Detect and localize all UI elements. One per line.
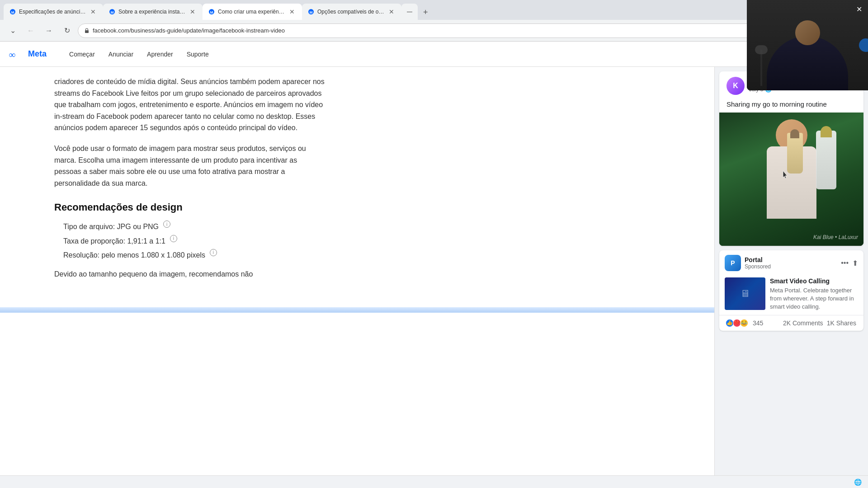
tab-3-title: Como criar uma experiência in...: [218, 9, 285, 15]
article-gradient-bar: [0, 307, 714, 313]
fb-reaction-icons: 👍 ❤️ 😂: [726, 319, 748, 327]
fb-ad-meta: Portal Sponsored: [745, 256, 837, 270]
tab-2-close[interactable]: ✕: [188, 7, 197, 16]
tab-2[interactable]: M Sobre a experiência instantâne... ✕: [103, 4, 203, 20]
new-tab-button[interactable]: +: [418, 5, 434, 20]
article-final-para: Devido ao tamanho pequeno da imagem, rec…: [54, 268, 326, 280]
tab-1-favicon: M: [9, 8, 16, 15]
browser-chrome: M Especificações de anúncios de ... ✕ M …: [0, 0, 868, 42]
fb-ad-title: Smart Video Calling: [770, 277, 858, 285]
tab-1-title: Especificações de anúncios de ...: [19, 9, 86, 15]
person-overlay-content: [747, 0, 868, 90]
tab-3-close[interactable]: ✕: [288, 7, 297, 16]
browser-status-bar: 🌐: [0, 475, 868, 488]
tab-1[interactable]: M Especificações de anúncios de ... ✕: [4, 4, 103, 20]
tab-3-favicon: M: [208, 8, 215, 15]
tab-2-favicon: M: [108, 8, 116, 15]
fb-reactions-count: 345: [753, 319, 763, 327]
fb-ad-more-icon[interactable]: •••: [841, 259, 849, 267]
fb-ad-card: P Portal Sponsored ••• ⬆ 🖥 Smart Video C…: [719, 250, 863, 331]
browser-toolbar: ⌄ ← → ↻ facebook.com/business/ads-guide/…: [0, 20, 868, 42]
overlay-close-button[interactable]: ✕: [854, 4, 864, 14]
fb-post-image-inner: [719, 113, 863, 246]
design-heading: Recomendações de design: [54, 202, 326, 213]
fb-ad-header: P Portal Sponsored ••• ⬆: [719, 250, 863, 274]
svg-rect-8: [85, 30, 89, 33]
back-button[interactable]: ←: [24, 23, 38, 38]
fb-reactions: 👍 ❤️ 😂 345: [726, 319, 763, 327]
list-item-1: Tipo de arquivo: JPG ou PNG i: [63, 221, 326, 233]
person-overlay-video: ✕: [747, 0, 868, 90]
fb-post-card: K Kai Blue • Follow July 8 🌐 •••: [719, 71, 863, 246]
design-list: Tipo de arquivo: JPG ou PNG i Taxa de pr…: [63, 221, 326, 261]
tab-4-close[interactable]: ✕: [387, 7, 396, 16]
fb-ad-hide-icon[interactable]: ⬆: [852, 259, 858, 267]
tab-list-button[interactable]: ⌄: [5, 23, 20, 38]
tab-4-title: Opções compatíveis de objetivo...: [317, 9, 384, 15]
address-bar-url: facebook.com/business/ads-guide/update/i…: [93, 27, 775, 34]
fb-ad-sponsored-label: Sponsored: [745, 263, 837, 270]
article-para-1: criadores de conteúdo de mídia digital. …: [54, 76, 326, 134]
list-item-2: Taxa de proporção: 1,91:1 a 1:1 i: [63, 235, 326, 247]
article-area: criadores de conteúdo de mídia digital. …: [0, 67, 714, 488]
info-icon-2[interactable]: i: [170, 235, 177, 242]
fb-ad-thumbnail: 🖥: [725, 277, 765, 310]
nav-anunciar[interactable]: Anunciar: [108, 49, 133, 60]
article-content: criadores de conteúdo de mídia digital. …: [0, 67, 353, 307]
tab-4[interactable]: M Opções compatíveis de objetivo... ✕: [302, 4, 401, 20]
facebook-panel: K Kai Blue • Follow July 8 🌐 •••: [714, 67, 868, 488]
fb-shares-count[interactable]: 1K Shares: [827, 319, 856, 327]
reload-button[interactable]: ↻: [60, 23, 74, 38]
fb-ad-avatar: P: [725, 255, 741, 271]
svg-text:M: M: [210, 10, 213, 14]
svg-text:M: M: [11, 10, 14, 14]
tab-2-title: Sobre a experiência instantâne...: [118, 9, 185, 15]
meta-logo-text: Meta: [28, 49, 47, 59]
address-secure-icon: [84, 28, 90, 34]
fb-haha-icon: 😂: [740, 319, 748, 327]
forward-button[interactable]: →: [42, 23, 56, 38]
fb-ad-description: Meta Portal. Celebrate together from whe…: [770, 286, 858, 311]
fb-image-watermark: Kai Blue • LaLuxur: [813, 234, 858, 240]
fb-comments-count[interactable]: 2K Comments: [783, 319, 823, 327]
tab-5-title: —: [407, 9, 412, 15]
meta-logo-icon: ∞: [9, 49, 25, 60]
meta-logo[interactable]: ∞ Meta: [9, 49, 47, 60]
tab-4-favicon: M: [307, 8, 315, 15]
info-icon-3[interactable]: i: [210, 249, 217, 256]
info-icon-1[interactable]: i: [163, 221, 170, 228]
globe-icon[interactable]: 🌐: [853, 477, 863, 487]
list-item-3: Resolução: pelo menos 1.080 x 1.080 pixe…: [63, 249, 326, 261]
tab-1-close[interactable]: ✕: [89, 7, 98, 16]
meta-nav: ∞ Meta Começar Anunciar Aprender Suporte…: [0, 42, 868, 67]
content-area: criadores de conteúdo de mídia digital. …: [0, 67, 868, 488]
nav-comecar[interactable]: Começar: [69, 49, 95, 60]
svg-text:M: M: [310, 10, 313, 14]
fb-post-text: Sharing my go to morning routine: [719, 99, 863, 113]
list-item-1-text: Tipo de arquivo: JPG ou PNG: [63, 221, 159, 233]
address-bar[interactable]: facebook.com/business/ads-guide/update/i…: [78, 23, 781, 38]
svg-text:∞: ∞: [9, 50, 15, 60]
nav-aprender[interactable]: Aprender: [147, 49, 173, 60]
page-wrapper: ∞ Meta Começar Anunciar Aprender Suporte…: [0, 42, 868, 488]
list-item-2-text: Taxa de proporção: 1,91:1 a 1:1: [63, 235, 165, 247]
nav-suporte[interactable]: Suporte: [187, 49, 209, 60]
fb-ad-info: Smart Video Calling Meta Portal. Celebra…: [770, 277, 858, 311]
fb-stats-right: 2K Comments 1K Shares: [783, 319, 856, 327]
tab-3[interactable]: M Como criar uma experiência in... ✕: [203, 4, 302, 20]
fb-post-image: Kai Blue • LaLuxur: [719, 113, 863, 246]
fb-post-stats: 👍 ❤️ 😂 345 2K Comments 1K Shares: [719, 315, 863, 331]
fb-poster-avatar: K: [726, 77, 745, 95]
tab-bar: M Especificações de anúncios de ... ✕ M …: [0, 0, 868, 20]
list-item-3-text: Resolução: pelo menos 1.080 x 1.080 pixe…: [63, 249, 205, 261]
fb-ad-content: 🖥 Smart Video Calling Meta Portal. Celeb…: [719, 274, 863, 315]
fb-ad-brand-name: Portal: [745, 256, 837, 263]
article-para-2: Você pode usar o formato de imagem para …: [54, 143, 326, 189]
tab-5[interactable]: —: [401, 4, 418, 20]
svg-text:M: M: [111, 10, 114, 14]
